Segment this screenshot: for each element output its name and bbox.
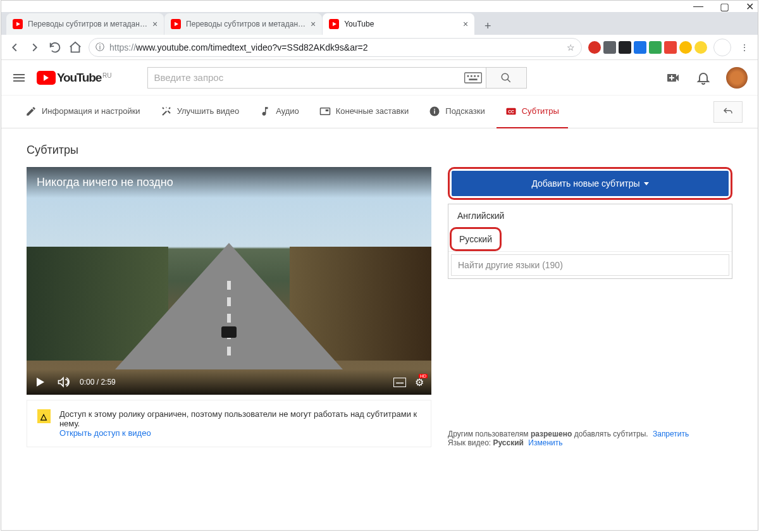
extension-icon[interactable]	[634, 41, 646, 54]
youtube-icon	[329, 19, 339, 29]
browser-tab[interactable]: Переводы субтитров и метадан… ×	[6, 13, 164, 35]
new-tab-button[interactable]: +	[479, 17, 497, 35]
youtube-logo-text: YouTube	[57, 71, 101, 85]
hamburger-menu-icon[interactable]	[11, 70, 27, 85]
cc-icon: CC	[505, 106, 517, 117]
access-warning: △ Доступ к этому ролику ограничен, поэто…	[27, 400, 431, 447]
user-avatar[interactable]	[726, 67, 748, 89]
extension-icon[interactable]	[603, 41, 616, 54]
browser-window: — ▢ ✕ Переводы субтитров и метадан… × Пе…	[1, 0, 758, 531]
open-access-link[interactable]: Открыть доступ к видео	[59, 428, 151, 438]
browser-tabstrip: Переводы субтитров и метадан… × Переводы…	[1, 12, 758, 35]
youtube-icon	[171, 19, 181, 29]
language-dropdown: Английский Русский Найти другие языки (1…	[448, 204, 732, 279]
undo-button[interactable]	[713, 101, 743, 123]
browser-tab-active[interactable]: YouTube ×	[323, 13, 474, 35]
language-search-input[interactable]: Найти другие языки (190)	[451, 254, 729, 276]
change-language-link[interactable]: Изменить	[528, 438, 562, 447]
close-icon[interactable]: ×	[463, 20, 468, 28]
extension-icon[interactable]	[694, 41, 707, 54]
captions-toggle[interactable]: ‒‒	[393, 378, 406, 387]
warning-text: Доступ к этому ролику ограничен, поэтому…	[59, 409, 421, 428]
tab-label: Конечные заставки	[336, 106, 409, 116]
close-icon[interactable]: ×	[152, 20, 157, 28]
time-display: 0:00 / 2:59	[80, 378, 116, 387]
browser-toolbar: ⓘ https://www.youtube.com/timedtext_vide…	[1, 35, 758, 60]
back-button[interactable]	[8, 40, 22, 54]
search-button[interactable]	[486, 68, 526, 88]
tab-label: Подсказки	[445, 106, 484, 116]
subtitles-side-panel: Добавить новые субтитры Английский Русск…	[448, 167, 732, 447]
browser-menu-icon[interactable]: ⋮	[737, 40, 751, 54]
youtube-search: Введите запрос	[147, 67, 527, 89]
add-subtitles-button[interactable]: Добавить новые субтитры	[452, 171, 729, 196]
header-actions	[665, 67, 748, 89]
window-titlebar: — ▢ ✕	[1, 1, 758, 12]
tab-enhance[interactable]: Улучшить видео	[152, 96, 249, 128]
tab-title: YouTube	[344, 20, 458, 28]
tab-audio[interactable]: Аудио	[250, 96, 308, 128]
video-column: Никогда ничего не поздно 0:00 / 2:59 ‒‒ …	[27, 167, 431, 447]
notifications-icon[interactable]	[696, 70, 711, 85]
keyboard-icon[interactable]	[460, 68, 486, 88]
reload-button[interactable]	[48, 40, 62, 54]
extension-icon[interactable]	[664, 41, 677, 54]
forward-button[interactable]	[28, 40, 42, 54]
tab-end-screens[interactable]: Конечные заставки	[311, 96, 418, 128]
svg-rect-4	[467, 75, 469, 77]
forbid-link[interactable]: Запретить	[653, 430, 689, 438]
youtube-logo[interactable]: YouTube RU	[37, 71, 112, 85]
video-player[interactable]: Никогда ничего не поздно 0:00 / 2:59 ‒‒ …	[27, 167, 431, 395]
youtube-icon	[13, 19, 23, 29]
search-input[interactable]: Введите запрос	[148, 68, 460, 88]
profile-button[interactable]	[713, 39, 731, 56]
svg-rect-7	[477, 75, 479, 77]
site-info-icon[interactable]: ⓘ	[96, 42, 104, 53]
magic-wand-icon	[161, 106, 172, 117]
close-icon[interactable]: ×	[311, 20, 316, 28]
volume-icon[interactable]	[57, 376, 70, 388]
language-option-russian[interactable]: Русский	[450, 227, 502, 251]
editor-tabs: Информация и настройки Улучшить видео Ау…	[1, 96, 758, 128]
window-close[interactable]: ✕	[746, 1, 754, 13]
player-controls: 0:00 / 2:59 ‒‒ ⚙HD	[27, 369, 431, 395]
address-bar[interactable]: ⓘ https://www.youtube.com/timedtext_vide…	[89, 38, 582, 57]
bookmark-star-icon[interactable]: ☆	[567, 42, 575, 53]
window-maximize[interactable]: ▢	[720, 1, 729, 13]
create-video-icon[interactable]	[665, 70, 681, 85]
tab-title: Переводы субтитров и метадан…	[28, 20, 147, 28]
browser-tab[interactable]: Переводы субтитров и метадан… ×	[164, 13, 322, 35]
music-note-icon	[259, 106, 271, 117]
svg-point-14	[434, 108, 435, 109]
tab-info-settings[interactable]: Информация и настройки	[16, 96, 149, 128]
tab-label: Улучшить видео	[177, 106, 240, 116]
add-subtitles-label: Добавить новые субтитры	[531, 178, 639, 189]
play-button[interactable]	[34, 376, 47, 388]
language-option-english[interactable]: Английский	[448, 204, 732, 227]
youtube-region-label: RU	[102, 72, 111, 79]
svg-rect-5	[471, 75, 472, 77]
extension-icon[interactable]	[588, 41, 601, 54]
youtube-header: YouTube RU Введите запрос	[1, 60, 758, 96]
main-row: Никогда ничего не поздно 0:00 / 2:59 ‒‒ …	[27, 167, 732, 447]
info-icon	[429, 106, 440, 117]
tab-label: Субтитры	[522, 106, 559, 116]
warning-icon: △	[37, 409, 51, 423]
highlight-add-subtitles: Добавить новые субтитры	[448, 167, 732, 200]
tab-label: Аудио	[276, 106, 299, 116]
warning-body: Доступ к этому ролику ограничен, поэтому…	[59, 409, 421, 438]
extension-icon[interactable]	[679, 41, 692, 54]
side-footer: Другим пользователям разрешено добавлять…	[448, 430, 732, 447]
settings-gear-icon[interactable]: ⚙HD	[415, 376, 424, 388]
chevron-down-icon	[644, 182, 649, 185]
video-title: Никогда ничего не поздно	[27, 167, 431, 198]
extension-icon[interactable]	[619, 41, 631, 54]
tab-cards[interactable]: Подсказки	[420, 96, 493, 128]
extensions-row	[588, 41, 707, 54]
svg-rect-8	[469, 78, 477, 80]
extension-icon[interactable]	[649, 41, 662, 54]
tab-subtitles[interactable]: CC Субтитры	[497, 96, 568, 128]
home-button[interactable]	[68, 40, 82, 54]
window-minimize[interactable]: —	[693, 1, 703, 12]
end-screen-icon	[319, 106, 331, 117]
